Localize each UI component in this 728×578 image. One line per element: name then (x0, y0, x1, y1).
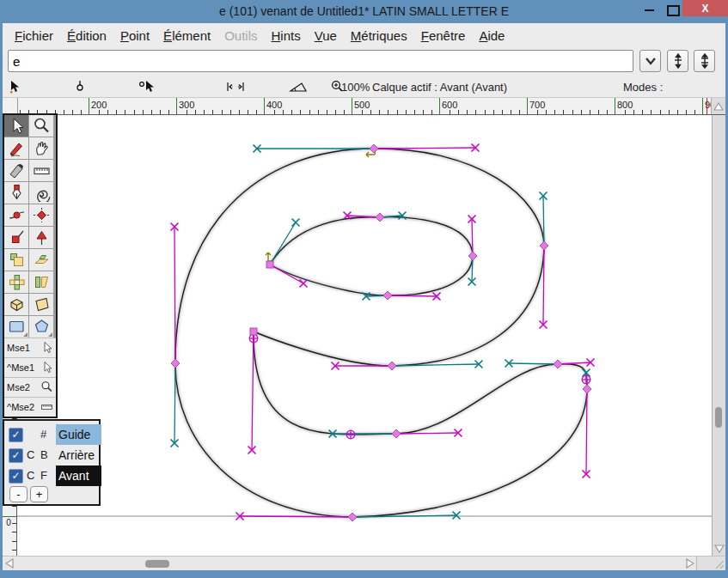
next-glyph-button[interactable] (694, 50, 715, 72)
ruler-label: 200 (91, 100, 107, 110)
curve-point[interactable] (376, 213, 384, 222)
curve-point[interactable] (388, 362, 396, 370)
glyph-name-input[interactable] (8, 50, 633, 72)
control-point-x[interactable] (292, 219, 300, 227)
ruler-corner (3, 98, 18, 114)
circled-plus-marker (249, 334, 258, 343)
menu-édition[interactable]: Édition (60, 26, 113, 46)
layer-flag[interactable]: # (40, 428, 46, 441)
mouse-bindings: Mse1^Mse1Mse2^Mse2 (4, 338, 56, 417)
control-handle (270, 265, 303, 283)
layer-row-avant: ✓CFAvant (4, 465, 99, 486)
horizontal-scrollbar-thumb[interactable] (145, 560, 169, 568)
glyph-drawing-area[interactable] (17, 115, 712, 556)
remove-layer-button[interactable]: - (9, 486, 28, 502)
tool-rectangle[interactable] (4, 316, 28, 338)
horizontal-scrollbar[interactable] (3, 556, 725, 570)
prev-glyph-button[interactable] (667, 50, 688, 72)
menu-hints[interactable]: Hints (265, 26, 308, 46)
close-button[interactable]: X (682, 0, 728, 16)
corner-point[interactable] (250, 328, 257, 335)
tool-corner-point[interactable] (4, 227, 28, 248)
curve-point[interactable] (370, 144, 378, 153)
curve-point[interactable] (554, 360, 562, 368)
scrollbar-corner (696, 557, 725, 570)
minimize-button[interactable] (639, 3, 658, 17)
curve-point[interactable] (392, 429, 401, 438)
vertical-scrollbar-thumb[interactable] (715, 407, 722, 428)
zoom-level: 100% (341, 81, 370, 94)
mouse-binding-label: Mse1 (7, 343, 30, 353)
tool-freehand[interactable] (4, 137, 28, 159)
menu-point[interactable]: Point (113, 26, 156, 46)
tool-magnify[interactable] (29, 115, 53, 137)
tool-perspective[interactable] (29, 294, 53, 315)
curve-point[interactable] (383, 291, 392, 300)
layer-flag[interactable]: F (40, 469, 47, 482)
tool-cube[interactable] (4, 294, 28, 315)
title-bar: e (101) venant de Untitled1* LATIN SMALL… (0, 0, 728, 23)
vertical-scrollbar[interactable] (712, 115, 725, 556)
tool-spiro[interactable] (29, 182, 53, 204)
control-point-x[interactable] (300, 280, 308, 288)
mouse-binding-label: Mse2 (7, 382, 30, 392)
menu-métriques[interactable]: Métriques (344, 26, 414, 46)
tool-polygon[interactable] (29, 316, 53, 338)
glyph-editor-canvas[interactable]: 4003002001000 Mse1^Mse1Mse2^Mse2 - + ✓#G… (3, 115, 725, 556)
tool-knife[interactable] (4, 160, 28, 181)
mouse-binding-ctrl-mse2[interactable]: ^Mse2 (4, 397, 56, 417)
layer-visibility-checkbox[interactable]: ✓ (9, 469, 23, 484)
tool-rotate[interactable] (4, 271, 28, 293)
curve-point[interactable] (348, 513, 357, 521)
curve-point[interactable] (583, 385, 591, 393)
maximize-button[interactable] (664, 3, 682, 17)
corner-point[interactable] (266, 261, 273, 268)
curve-point[interactable] (171, 359, 180, 368)
glyph-dropdown-button[interactable] (639, 50, 661, 72)
layer-flag-c[interactable]: C (27, 448, 34, 461)
menu-fenêtre[interactable]: Fenêtre (414, 26, 473, 46)
menu-aide[interactable]: Aide (472, 26, 511, 46)
rotate-icon (8, 273, 26, 291)
tool-pen[interactable] (4, 182, 28, 204)
maximize-icon (667, 5, 680, 16)
eye-contour[interactable] (270, 217, 473, 295)
tool-skew[interactable] (29, 271, 53, 293)
tool-tangent-point[interactable] (29, 227, 53, 248)
tool-hvcurve-point[interactable] (29, 204, 53, 226)
tool-flip[interactable] (29, 249, 53, 271)
ruler-row: 200300400500600700800900 (3, 98, 725, 115)
layer-flag-c[interactable]: C (27, 469, 34, 482)
menu-vue[interactable]: Vue (308, 26, 344, 46)
tool-ruler[interactable] (29, 160, 53, 181)
tool-scale[interactable] (4, 249, 28, 271)
selected-point-icon (138, 80, 156, 94)
scroll-up-button[interactable] (711, 98, 725, 114)
mouse-binding-mse2[interactable]: Mse2 (4, 377, 56, 397)
scroll-down-button[interactable] (713, 542, 726, 556)
tangent-point-icon (33, 228, 51, 246)
ruler-icon (40, 400, 53, 413)
add-layer-button[interactable]: + (30, 486, 48, 502)
layer-name-arrière[interactable]: Arrière (56, 445, 101, 465)
ruler-icon (33, 161, 51, 179)
scroll-right-button[interactable] (683, 557, 697, 570)
menu-fichier[interactable]: Fichier (8, 26, 60, 46)
layer-visibility-checkbox[interactable]: ✓ (9, 428, 23, 442)
layer-name-guide[interactable]: Guide (56, 424, 101, 445)
layer-visibility-checkbox[interactable]: ✓ (9, 448, 23, 463)
scroll-left-button[interactable] (3, 557, 16, 570)
tool-grid (4, 115, 56, 338)
layer-name-avant[interactable]: Avant (56, 465, 101, 486)
mouse-binding-ctrl-mse1[interactable]: ^Mse1 (4, 357, 56, 377)
tool-curve-point[interactable] (4, 204, 28, 226)
layer-flag[interactable]: B (40, 448, 48, 461)
mouse-binding-mse1[interactable]: Mse1 (4, 338, 56, 357)
menu-élément[interactable]: Élément (156, 26, 217, 46)
minimize-icon (645, 9, 654, 11)
curve-point[interactable] (468, 252, 477, 260)
hand-icon (33, 139, 51, 157)
curve-point[interactable] (540, 241, 548, 250)
tool-pointer[interactable] (4, 115, 28, 137)
tool-hand[interactable] (29, 137, 53, 159)
